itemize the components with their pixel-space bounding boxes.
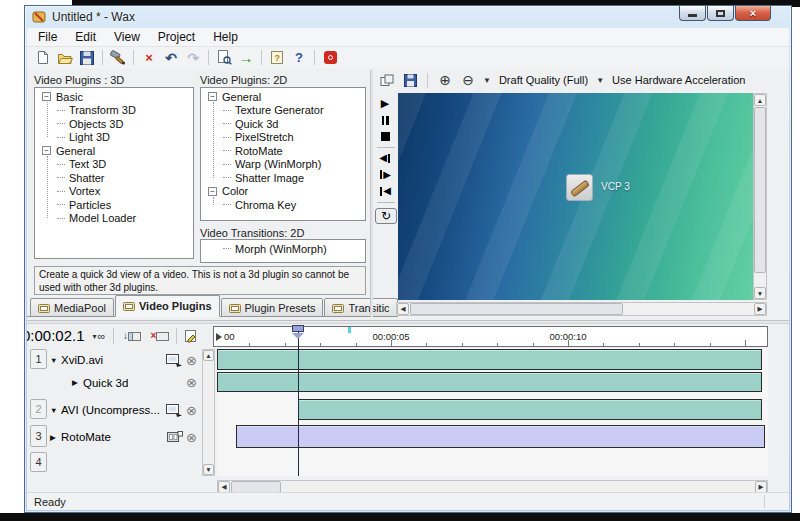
go-button[interactable]: →: [235, 49, 257, 67]
track-header-avi-uncompress[interactable]: ▼AVI (Uncompress...⊗: [50, 399, 200, 421]
tree-item-texture-generator[interactable]: Texture Generator: [201, 104, 365, 118]
tab-video-plugins[interactable]: Video Plugins: [115, 295, 220, 317]
remove-icon[interactable]: ⊗: [186, 354, 197, 367]
minimize-button[interactable]: [679, 6, 706, 21]
tree-item-shatter[interactable]: Shatter: [35, 171, 193, 185]
time-format-dropdown[interactable]: ▾∞: [88, 329, 110, 343]
collapse-icon[interactable]: −: [208, 187, 217, 196]
collapse-icon[interactable]: −: [208, 92, 217, 101]
menu-file[interactable]: File: [29, 28, 66, 46]
preview-button[interactable]: [213, 49, 235, 67]
expand-triangle-icon[interactable]: ▶: [72, 378, 83, 387]
collapse-triangle-icon[interactable]: ▼: [50, 356, 61, 365]
plugins-3d-tree[interactable]: −BasicTransform 3DObjects 3DLight 3D−Gen…: [34, 87, 194, 259]
maximize-button[interactable]: [707, 6, 734, 21]
timeline-splitter[interactable]: [27, 320, 789, 324]
delete-track-button[interactable]: ×: [147, 327, 173, 345]
menu-edit[interactable]: Edit: [66, 28, 105, 46]
save-project-button[interactable]: [76, 49, 98, 67]
tree-group-basic[interactable]: −Basic: [35, 90, 193, 104]
quality-dropdown-icon[interactable]: ▼: [594, 76, 606, 85]
remove-icon[interactable]: ⊗: [186, 404, 197, 417]
help-button[interactable]: ?: [288, 49, 310, 67]
close-button[interactable]: ×: [735, 6, 771, 21]
scroll-left-icon[interactable]: ◀: [397, 303, 409, 315]
stop-button[interactable]: [375, 129, 395, 144]
tracks-scroll-up-icon[interactable]: ▲: [203, 350, 214, 361]
track-number-2[interactable]: 2: [30, 399, 47, 419]
monitor-icon[interactable]: [166, 354, 183, 367]
save-frame-button[interactable]: [400, 71, 420, 89]
redo-button[interactable]: ↷: [182, 49, 204, 67]
new-document-button[interactable]: [32, 49, 54, 67]
render-settings-button[interactable]: [107, 49, 129, 67]
quality-dropdown[interactable]: Draft Quality (Full): [496, 74, 591, 86]
hscroll-thumb[interactable]: [410, 303, 623, 315]
preview-vscrollbar[interactable]: ▲ ▼: [753, 93, 767, 300]
tab-transitic[interactable]: Transitic: [324, 298, 397, 317]
zoom-out-button[interactable]: ⊖: [458, 71, 478, 89]
undo-button[interactable]: ↶: [160, 49, 182, 67]
copy-frame-button[interactable]: [377, 71, 397, 89]
edit-properties-button[interactable]: [181, 327, 201, 345]
tree-item-warp-winmorph[interactable]: Warp (WinMorph): [201, 158, 365, 172]
add-track-button[interactable]: ↓: [119, 327, 145, 345]
plugins-2d-tree[interactable]: −GeneralTexture GeneratorQuick 3dPixelSt…: [200, 87, 366, 221]
preview-viewport[interactable]: VCP 3: [398, 93, 753, 300]
panel-splitter[interactable]: [370, 70, 373, 317]
preview-hscrollbar[interactable]: ◀ ▶: [396, 302, 767, 316]
scroll-right-icon[interactable]: ▶: [754, 303, 766, 315]
collapse-triangle-icon[interactable]: ▼: [50, 406, 61, 415]
titlebar[interactable]: Untitled * - Wax ×: [25, 6, 791, 28]
monitor-icon[interactable]: [166, 404, 183, 417]
track-number-1[interactable]: 1: [30, 349, 47, 369]
scroll-up-icon[interactable]: ▲: [754, 94, 766, 106]
tree-group-color[interactable]: −Color: [201, 185, 365, 199]
collapse-icon[interactable]: −: [42, 146, 51, 155]
timeline-clip[interactable]: [298, 399, 762, 420]
zoom-dropdown-icon[interactable]: ▼: [481, 76, 493, 85]
scroll-down-icon[interactable]: ▼: [754, 287, 766, 299]
tab-mediapool[interactable]: MediaPool: [30, 298, 114, 317]
tracks-vscrollbar[interactable]: ▲ ▼: [202, 349, 215, 476]
collapse-icon[interactable]: −: [42, 92, 51, 101]
tree-item-transform-3d[interactable]: Transform 3D: [35, 104, 193, 118]
tree-item-rotomate[interactable]: RotoMate: [201, 144, 365, 158]
go-to-start-button[interactable]: ◀: [375, 184, 395, 199]
remove-icon[interactable]: ⊗: [186, 431, 197, 444]
track-header-rotomate[interactable]: ▶RotoMate⊗: [50, 425, 200, 449]
tree-item-chroma-key[interactable]: Chroma Key: [201, 198, 365, 212]
tree-item-light-3d[interactable]: Light 3D: [35, 131, 193, 145]
tree-group-general[interactable]: −General: [35, 144, 193, 158]
play-button[interactable]: ▶: [375, 96, 395, 111]
track-header-quick-3d[interactable]: ▶Quick 3d⊗: [50, 372, 200, 393]
tree-item-shatter-image[interactable]: Shatter Image: [201, 171, 365, 185]
tree-item-model-loader[interactable]: Model Loader: [35, 212, 193, 226]
delete-button[interactable]: ×: [138, 49, 160, 67]
tracks-scroll-down-icon[interactable]: ▼: [203, 464, 214, 475]
track-header-xvid-avi[interactable]: ▼XviD.avi⊗: [50, 349, 200, 371]
menu-view[interactable]: View: [105, 28, 149, 46]
playhead-line[interactable]: [298, 328, 299, 476]
playhead-marker[interactable]: [292, 325, 304, 332]
properties-button[interactable]: ?: [266, 49, 288, 67]
open-project-button[interactable]: [54, 49, 76, 67]
tree-item-vortex[interactable]: Vortex: [35, 185, 193, 199]
step-back-button[interactable]: ◀: [375, 151, 395, 166]
track-number-4[interactable]: 4: [30, 452, 47, 472]
tree-item-morph-winmorph[interactable]: Morph (WinMorph): [201, 242, 365, 256]
tree-item-objects-3d[interactable]: Objects 3D: [35, 117, 193, 131]
remove-icon[interactable]: ⊗: [186, 376, 197, 389]
expand-triangle-icon[interactable]: ▶: [50, 433, 61, 442]
step-forward-button[interactable]: ▶: [375, 167, 395, 182]
tree-item-pixelstretch[interactable]: PixelStretch: [201, 131, 365, 145]
zoom-in-button[interactable]: ⊕: [435, 71, 455, 89]
tree-item-quick-3d[interactable]: Quick 3d: [201, 117, 365, 131]
record-button[interactable]: [319, 49, 341, 67]
tree-item-text-3d[interactable]: Text 3D: [35, 158, 193, 172]
film-icon[interactable]: [167, 431, 183, 443]
tab-plugin-presets[interactable]: Plugin Presets: [221, 298, 324, 317]
timeline-clip[interactable]: [236, 425, 765, 448]
loop-button[interactable]: ↻: [375, 208, 397, 224]
transitions-tree[interactable]: Morph (WinMorph): [200, 239, 366, 263]
